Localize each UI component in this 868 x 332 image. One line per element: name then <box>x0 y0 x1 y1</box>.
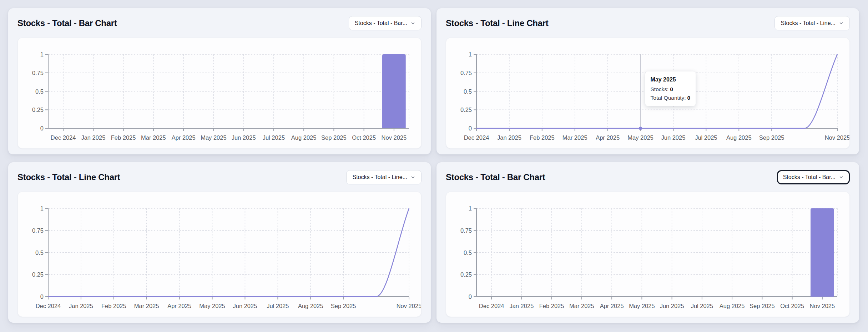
svg-text:Jun 2025: Jun 2025 <box>660 303 684 309</box>
tooltip-row: Total Quantity:0 <box>651 95 691 101</box>
svg-text:Feb 2025: Feb 2025 <box>111 134 136 141</box>
panel-bar-chart-top: Stocks - Total - Bar Chart Stocks - Tota… <box>8 8 431 154</box>
svg-text:0.5: 0.5 <box>35 88 44 95</box>
svg-text:0.5: 0.5 <box>464 249 472 256</box>
chart-card: 00.250.50.751Dec 2024Jan 2025Feb 2025Mar… <box>17 38 422 149</box>
svg-text:Jan 2025: Jan 2025 <box>81 134 105 141</box>
svg-text:0.25: 0.25 <box>32 106 44 113</box>
panel-header: Stocks - Total - Bar Chart Stocks - Tota… <box>446 170 850 184</box>
chevron-down-icon <box>410 21 415 26</box>
svg-text:Jun 2025: Jun 2025 <box>232 134 256 141</box>
bar-chart[interactable]: 00.250.50.751Dec 2024Jan 2025Feb 2025Mar… <box>446 192 849 317</box>
svg-text:Jul 2025: Jul 2025 <box>695 134 717 141</box>
svg-text:Nov 2025: Nov 2025 <box>810 303 835 309</box>
line-chart[interactable]: 00.250.50.751Dec 2024Jan 2025Feb 2025Mar… <box>18 192 421 317</box>
chevron-down-icon <box>839 21 844 26</box>
panel-header: Stocks - Total - Line Chart Stocks - Tot… <box>17 170 422 184</box>
bar-chart[interactable]: 00.250.50.751Dec 2024Jan 2025Feb 2025Mar… <box>18 38 421 148</box>
chart-select-label: Stocks - Total - Bar... <box>355 20 407 26</box>
svg-text:0.25: 0.25 <box>32 271 44 278</box>
svg-text:Apr 2025: Apr 2025 <box>167 303 191 309</box>
svg-text:Mar 2025: Mar 2025 <box>562 134 587 141</box>
svg-text:Dec 2024: Dec 2024 <box>464 134 489 141</box>
svg-text:Nov 2025: Nov 2025 <box>382 134 407 141</box>
svg-text:Oct 2025: Oct 2025 <box>352 134 376 141</box>
svg-text:Dec 2024: Dec 2024 <box>36 303 61 309</box>
svg-text:1: 1 <box>40 205 44 212</box>
panel-header: Stocks - Total - Line Chart Stocks - Tot… <box>446 16 850 30</box>
svg-text:Sep 2025: Sep 2025 <box>331 303 356 309</box>
chart-select-label: Stocks - Total - Line... <box>352 174 407 180</box>
svg-text:0.25: 0.25 <box>460 106 472 113</box>
chart-select-label: Stocks - Total - Line... <box>781 20 836 26</box>
svg-text:Sep 2025: Sep 2025 <box>759 134 784 141</box>
svg-text:Dec 2024: Dec 2024 <box>479 303 504 309</box>
panel-header: Stocks - Total - Bar Chart Stocks - Tota… <box>17 16 422 30</box>
svg-text:0.5: 0.5 <box>35 249 44 256</box>
svg-text:Jun 2025: Jun 2025 <box>661 134 686 141</box>
svg-text:May 2025: May 2025 <box>201 134 226 141</box>
svg-text:Sep 2025: Sep 2025 <box>750 303 775 309</box>
chart-card: 00.250.50.751Dec 2024Jan 2025Feb 2025Mar… <box>17 192 422 317</box>
svg-text:Apr 2025: Apr 2025 <box>596 134 620 141</box>
svg-text:Aug 2025: Aug 2025 <box>298 303 323 309</box>
svg-text:Apr 2025: Apr 2025 <box>172 134 196 141</box>
chart-card: 00.250.50.751Dec 2024Jan 2025Feb 2025Mar… <box>446 38 850 149</box>
panel-bar-chart-bottom: Stocks - Total - Bar Chart Stocks - Tota… <box>436 162 859 323</box>
svg-text:0.25: 0.25 <box>460 271 472 278</box>
svg-text:0.75: 0.75 <box>460 70 472 76</box>
panel-line-chart-bottom: Stocks - Total - Line Chart Stocks - Tot… <box>8 162 431 323</box>
svg-text:May 2025: May 2025 <box>199 303 225 309</box>
svg-text:Jul 2025: Jul 2025 <box>267 303 289 309</box>
panel-line-chart-top: Stocks - Total - Line Chart Stocks - Tot… <box>436 8 859 154</box>
chart-select-dropdown[interactable]: Stocks - Total - Line... <box>346 170 422 184</box>
chevron-down-icon <box>839 175 844 180</box>
panel-title: Stocks - Total - Bar Chart <box>446 172 545 182</box>
svg-text:Jan 2025: Jan 2025 <box>69 303 93 309</box>
svg-text:Oct 2025: Oct 2025 <box>780 303 804 309</box>
svg-text:0.75: 0.75 <box>32 227 44 234</box>
svg-text:Jan 2025: Jan 2025 <box>509 303 534 309</box>
panel-title: Stocks - Total - Line Chart <box>17 172 120 182</box>
svg-text:Jan 2025: Jan 2025 <box>497 134 521 141</box>
svg-text:Jul 2025: Jul 2025 <box>263 134 285 141</box>
dashboard: Stocks - Total - Bar Chart Stocks - Tota… <box>0 0 868 332</box>
svg-text:Mar 2025: Mar 2025 <box>141 134 166 141</box>
panel-title: Stocks - Total - Line Chart <box>446 18 548 28</box>
chart-select-dropdown[interactable]: Stocks - Total - Line... <box>774 16 850 30</box>
chart-card: 00.250.50.751Dec 2024Jan 2025Feb 2025Mar… <box>446 192 850 317</box>
svg-text:Apr 2025: Apr 2025 <box>600 303 624 309</box>
svg-text:May 2025: May 2025 <box>629 303 655 309</box>
svg-text:Aug 2025: Aug 2025 <box>726 134 752 141</box>
svg-text:1: 1 <box>469 51 472 58</box>
svg-text:Aug 2025: Aug 2025 <box>720 303 745 309</box>
svg-text:Jun 2025: Jun 2025 <box>233 303 257 309</box>
chart-select-dropdown[interactable]: Stocks - Total - Bar... <box>349 16 422 30</box>
svg-text:0: 0 <box>40 293 44 300</box>
tooltip-rows: Stocks:0Total Quantity:0 <box>651 86 691 101</box>
svg-text:0: 0 <box>40 125 44 132</box>
tooltip-title: May 2025 <box>651 76 691 83</box>
svg-text:Mar 2025: Mar 2025 <box>569 303 594 309</box>
svg-text:0.5: 0.5 <box>464 88 472 95</box>
svg-text:Feb 2025: Feb 2025 <box>539 303 564 309</box>
chart-select-label: Stocks - Total - Bar... <box>783 174 836 180</box>
svg-text:Feb 2025: Feb 2025 <box>101 303 126 309</box>
svg-text:Mar 2025: Mar 2025 <box>134 303 159 309</box>
svg-text:Dec 2024: Dec 2024 <box>51 134 76 141</box>
chevron-down-icon <box>410 175 415 180</box>
tooltip-row: Stocks:0 <box>651 86 691 93</box>
svg-text:Sep 2025: Sep 2025 <box>321 134 347 141</box>
svg-text:Jul 2025: Jul 2025 <box>691 303 713 309</box>
svg-text:0: 0 <box>469 293 472 300</box>
svg-text:Nov 2025: Nov 2025 <box>825 134 849 141</box>
svg-text:0.75: 0.75 <box>32 70 44 76</box>
svg-text:1: 1 <box>40 51 44 58</box>
svg-text:May 2025: May 2025 <box>627 134 653 141</box>
chart-select-dropdown[interactable]: Stocks - Total - Bar... <box>777 170 850 184</box>
panel-title: Stocks - Total - Bar Chart <box>17 18 117 28</box>
svg-text:Feb 2025: Feb 2025 <box>530 134 555 141</box>
svg-text:0.75: 0.75 <box>460 227 472 234</box>
svg-text:1: 1 <box>469 205 472 212</box>
chart-tooltip: May 2025 Stocks:0Total Quantity:0 <box>645 71 696 106</box>
